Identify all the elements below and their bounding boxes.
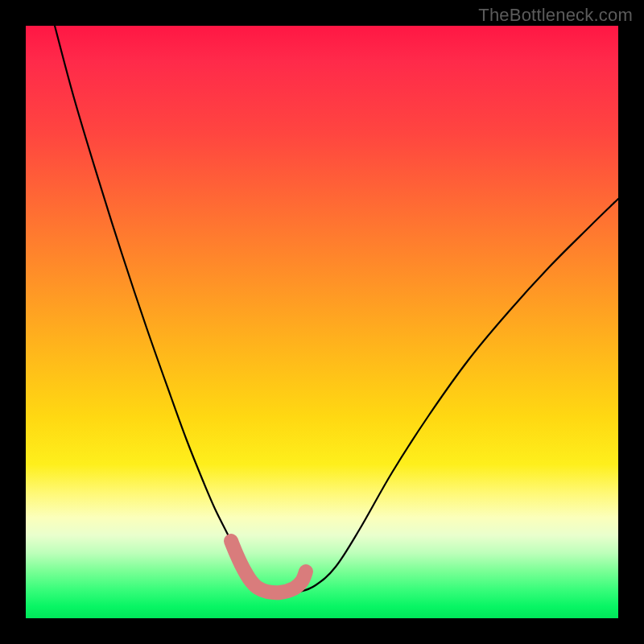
chart-plot-area [26,26,618,618]
chart-frame: TheBottleneck.com [0,0,644,644]
chart-svg [26,26,618,618]
highlight-segment-path [231,541,306,592]
bottleneck-curve-path [55,26,618,593]
watermark-text: TheBottleneck.com [478,5,633,26]
